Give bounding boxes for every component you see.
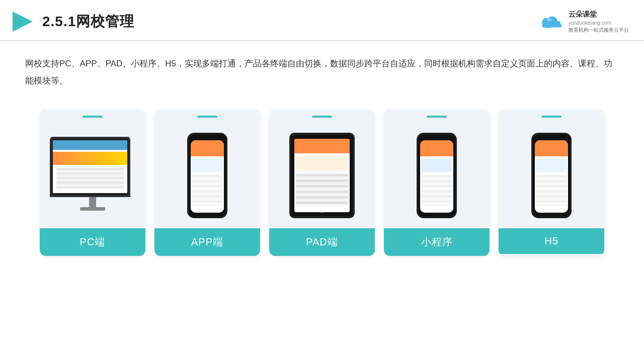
- description-text: 网校支持PC、APP、PAD、小程序、H5，实现多端打通，产品各终端自由切换，数…: [0, 41, 644, 95]
- card-pad: PAD端: [269, 110, 375, 256]
- card-pc: PC端: [40, 110, 145, 256]
- header-left: 2.5.1网校管理: [10, 9, 134, 34]
- pc-monitor-icon: [50, 137, 135, 215]
- card-image-pc: [40, 118, 145, 228]
- card-miniprogram: 小程序: [384, 110, 490, 256]
- card-h5: H5: [499, 110, 604, 256]
- logo-area: 云朵课堂 yunduoketang.com 教育机构一站式服务云平台: [538, 10, 629, 34]
- cards-container: PC端 APP端 PAD端: [0, 95, 644, 271]
- mini-phone-icon: [417, 133, 457, 218]
- card-label-app: APP端: [154, 228, 260, 256]
- card-label-mini: 小程序: [384, 228, 490, 256]
- svg-rect-5: [542, 24, 561, 28]
- svg-marker-0: [13, 12, 33, 32]
- page-header: 2.5.1网校管理 云朵课堂 yunduoketang.com 教育机构一站式服…: [0, 0, 644, 41]
- svg-point-6: [547, 19, 551, 21]
- card-image-mini: [384, 118, 490, 228]
- card-app: APP端: [154, 110, 260, 256]
- phone-icon-h5: [531, 133, 572, 218]
- card-label-pad: PAD端: [269, 228, 375, 256]
- page-title: 2.5.1网校管理: [42, 12, 134, 31]
- card-label-h5: H5: [499, 228, 604, 254]
- play-icon: [10, 9, 35, 34]
- tablet-icon-pad: [289, 133, 355, 218]
- phone-icon-app: [187, 133, 227, 218]
- card-label-pc: PC端: [40, 228, 145, 256]
- card-image-pad: [269, 118, 375, 228]
- cloud-logo-icon: [538, 12, 565, 31]
- logo-text: 云朵课堂 yunduoketang.com 教育机构一站式服务云平台: [569, 10, 629, 34]
- card-image-h5: [499, 118, 604, 228]
- card-image-app: [154, 118, 260, 228]
